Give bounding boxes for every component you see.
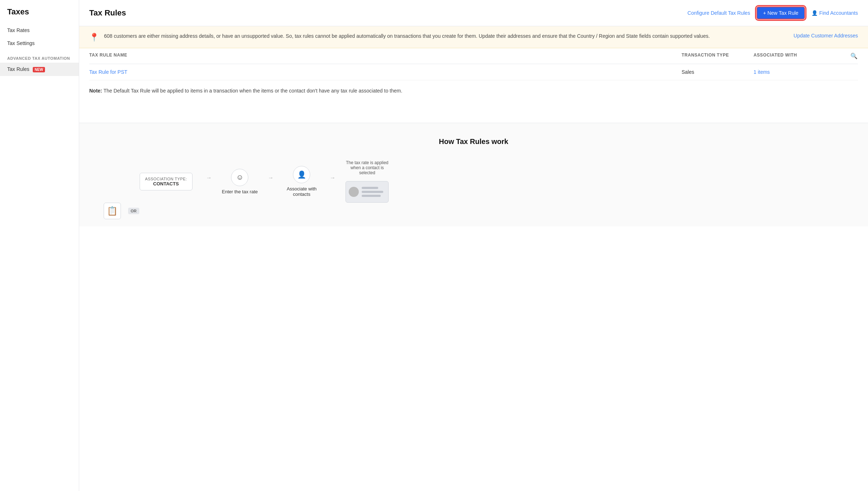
sidebar-item-tax-rates[interactable]: Tax Rates [0, 24, 79, 37]
arrow-icon-1: → [206, 175, 212, 181]
preview-box [345, 181, 389, 203]
new-badge: NEW [33, 67, 45, 72]
assoc-label: ASSOCIATION TYPE: [145, 177, 187, 181]
note-section: Note: The Default Tax Rule will be appli… [79, 80, 868, 101]
find-accountants-link[interactable]: 👤 Find Accountants [812, 10, 858, 16]
table-row: Tax Rule for PST Sales 1 items [89, 64, 858, 80]
sidebar-title: Taxes [0, 7, 79, 24]
tax-rule-pst-link[interactable]: Tax Rule for PST [89, 69, 682, 75]
table-search-icon[interactable]: 🔍 [844, 53, 858, 59]
col-associated-with: ASSOCIATED WITH [754, 53, 844, 59]
transaction-type-value: Sales [682, 69, 754, 75]
contacts-icon: 👤 [293, 166, 310, 183]
sidebar-section-label: ADVANCED TAX AUTOMATION [0, 50, 79, 63]
how-it-works-section: How Tax Rules work ASSOCIATION TYPE: CON… [79, 123, 868, 226]
warning-message: 608 customers are either missing address… [104, 32, 788, 40]
associate-contacts-label: Associate with contacts [284, 186, 320, 197]
document-icon: 📋 [104, 203, 121, 219]
page-title: Tax Rules [89, 8, 126, 18]
update-customer-addresses-link[interactable]: Update Customer Addresses [794, 33, 858, 39]
preview-line-1 [362, 187, 378, 189]
enter-tax-rate-label: Enter the tax rate [222, 189, 258, 194]
tax-rules-table: TAX RULE NAME TRANSACTION TYPE ASSOCIATE… [79, 48, 868, 80]
location-pin-icon: 📍 [89, 33, 99, 42]
preview-lines [362, 187, 385, 197]
sidebar-item-tax-settings[interactable]: Tax Settings [0, 37, 79, 50]
main-header: Tax Rules Configure Default Tax Rules + … [79, 0, 868, 26]
flow-step-associate-contacts: 👤 Associate with contacts [284, 166, 320, 197]
assoc-value: CONTACTS [145, 181, 187, 186]
arrow-icon-3: → [330, 175, 335, 181]
col-transaction-type: TRANSACTION TYPE [682, 53, 754, 59]
association-type-box: ASSOCIATION TYPE: CONTACTS [140, 173, 193, 190]
col-tax-rule-name: TAX RULE NAME [89, 53, 682, 59]
configure-default-rules-link[interactable]: Configure Default Tax Rules [687, 10, 750, 16]
tax-rate-icon: ☺ [231, 169, 248, 186]
person-icon: 👤 [812, 10, 818, 16]
new-tax-rule-button[interactable]: + New Tax Rule [756, 6, 805, 19]
sidebar-item-tax-rules[interactable]: Tax Rules NEW [0, 63, 79, 76]
preview-line-3 [362, 195, 381, 197]
flow-step-association: ASSOCIATION TYPE: CONTACTS [140, 173, 193, 190]
preview-line-2 [362, 191, 383, 193]
how-it-works-title: How Tax Rules work [89, 138, 858, 146]
tax-rate-applied-note: The tax rate is applied when a contact i… [345, 160, 389, 175]
warning-banner: 📍 608 customers are either missing addre… [79, 26, 868, 48]
flow-step-result: The tax rate is applied when a contact i… [345, 160, 389, 203]
note-label: Note: [89, 88, 102, 94]
associated-with-link[interactable]: 1 items [754, 69, 844, 75]
note-text: The Default Tax Rule will be applied to … [103, 88, 402, 94]
main-content: Tax Rules Configure Default Tax Rules + … [79, 0, 868, 491]
preview-circle [349, 187, 359, 197]
header-actions: Configure Default Tax Rules + New Tax Ru… [687, 6, 858, 19]
table-header: TAX RULE NAME TRANSACTION TYPE ASSOCIATE… [89, 48, 858, 64]
arrow-icon-2: → [268, 175, 273, 181]
or-badge: OR [128, 208, 139, 214]
flow-step-enter-tax-rate: ☺ Enter the tax rate [222, 169, 258, 194]
sidebar: Taxes Tax Rates Tax Settings ADVANCED TA… [0, 0, 79, 491]
